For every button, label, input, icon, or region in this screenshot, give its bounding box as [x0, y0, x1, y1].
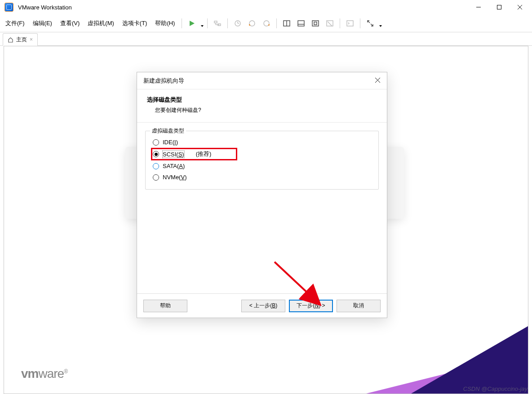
menu-edit-label: 编辑(E) [33, 20, 52, 27]
toolbar-separator [340, 18, 340, 28]
menu-tabs-label: 选项卡(T) [122, 20, 147, 27]
radio-nvme-circle[interactable] [153, 174, 159, 181]
snapshot-manage-icon[interactable] [260, 17, 273, 30]
help-button-label: 帮助 [160, 302, 171, 310]
tab-home-label: 主页 [16, 36, 27, 44]
dialog-title-bar: 新建虚拟机向导 [137, 72, 387, 89]
window-controls [468, 0, 530, 14]
next-button-label: 下一步(N) > [297, 302, 325, 310]
svg-marker-4 [190, 21, 195, 26]
minimize-button[interactable] [468, 0, 489, 14]
logo-reg: ® [64, 368, 67, 375]
view-fullscreen-icon[interactable] [309, 17, 322, 30]
menu-toolbar-row: 文件(F) 编辑(E) 查看(V) 虚拟机(M) 选项卡(T) 帮助(H) [0, 14, 532, 32]
new-vm-wizard-dialog: 新建虚拟机向导 选择磁盘类型 您要创建何种磁盘? 虚拟磁盘类型 IDE(I) S… [137, 72, 387, 318]
logo-prefix: vm [21, 367, 38, 381]
radio-sata[interactable]: SATA(A) [152, 160, 372, 172]
svg-rect-1 [497, 5, 501, 9]
play-button[interactable] [185, 17, 199, 30]
close-button[interactable] [510, 0, 530, 14]
radio-scsi[interactable]: SCSI(S) (推荐) [152, 148, 372, 160]
console-icon[interactable] [343, 17, 357, 30]
snapshot-icon[interactable] [231, 17, 244, 30]
dialog-close-button[interactable] [375, 77, 381, 84]
view-single-icon[interactable] [294, 17, 308, 30]
menu-help-label: 帮助(H) [155, 20, 175, 27]
menu-view-label: 查看(V) [60, 20, 80, 27]
window-title-bar: VMware Workstation [0, 0, 532, 14]
radio-ide-circle[interactable] [153, 139, 159, 146]
cancel-button[interactable]: 取消 [337, 300, 381, 312]
back-button[interactable]: < 上一步(B) [241, 300, 285, 312]
svg-rect-20 [327, 21, 333, 26]
svg-line-23 [368, 21, 370, 23]
toolbar-separator [227, 18, 228, 28]
svg-rect-22 [347, 21, 353, 26]
dialog-body: 虚拟磁盘类型 IDE(I) SCSI(S) (推荐) SATA(A) NVMe(… [137, 123, 387, 198]
menu-vm-label: 虚拟机(M) [88, 20, 114, 27]
menu-help[interactable]: 帮助(H) [151, 18, 178, 29]
svg-rect-5 [214, 21, 217, 23]
decor-triangle-dark [411, 326, 528, 394]
logo-suffix: ware [38, 367, 64, 381]
svg-rect-16 [298, 21, 304, 26]
dialog-title: 新建虚拟机向导 [143, 77, 184, 85]
radio-ide-label: IDE(I) [163, 139, 178, 146]
radio-scsi-circle[interactable] [153, 151, 159, 157]
radio-sata-label: SATA(A) [163, 163, 185, 169]
tab-close-icon[interactable]: × [30, 36, 33, 43]
radio-scsi-recommended: (推荐) [196, 150, 212, 158]
menu-edit[interactable]: 编辑(E) [29, 18, 56, 29]
disk-type-group: 虚拟磁盘类型 IDE(I) SCSI(S) (推荐) SATA(A) NVMe(… [145, 131, 379, 190]
toolbar-separator [207, 18, 208, 28]
radio-nvme-label: NVMe(V) [163, 174, 186, 181]
menu-view[interactable]: 查看(V) [57, 18, 83, 29]
dialog-footer: 帮助 < 上一步(B) 下一步(N) > 取消 [137, 293, 387, 318]
view-unity-icon[interactable] [323, 17, 337, 30]
app-title: VMware Workstation [18, 4, 72, 11]
expand-dropdown[interactable] [379, 22, 382, 25]
app-icon [4, 3, 13, 12]
menu-file-label: 文件(F) [5, 20, 25, 27]
back-button-label: < 上一步(B) [249, 302, 277, 310]
svg-line-21 [328, 22, 332, 26]
menu-file[interactable]: 文件(F) [2, 18, 28, 29]
svg-rect-18 [312, 21, 319, 26]
document-tabs: 主页 × [0, 32, 532, 46]
cancel-button-label: 取消 [353, 302, 364, 310]
disk-type-legend: 虚拟磁盘类型 [150, 127, 186, 135]
radio-nvme[interactable]: NVMe(V) [152, 172, 372, 183]
watermark: CSDN @Cappuccino-jay [463, 385, 528, 392]
svg-line-24 [371, 24, 373, 26]
next-button[interactable]: 下一步(N) > [289, 300, 333, 312]
home-icon [8, 37, 13, 43]
svg-rect-19 [314, 22, 317, 25]
vmware-logo: vmware® [21, 367, 67, 381]
dialog-heading: 选择磁盘类型 [147, 96, 377, 104]
expand-icon[interactable] [364, 17, 377, 30]
toolbar-separator [360, 18, 360, 28]
toolbar-separator [276, 18, 277, 28]
play-dropdown[interactable] [200, 22, 204, 25]
radio-sata-circle[interactable] [153, 163, 159, 169]
toolbar-separator [182, 18, 182, 28]
dialog-subheading: 您要创建何种磁盘? [147, 106, 377, 114]
radio-scsi-label: SCSI(S) [163, 151, 184, 158]
radio-ide[interactable]: IDE(I) [152, 137, 372, 148]
view-split-icon[interactable] [280, 17, 293, 30]
help-button[interactable]: 帮助 [143, 300, 187, 312]
menu-tabs[interactable]: 选项卡(T) [119, 18, 151, 29]
network-icon[interactable] [211, 17, 224, 30]
menu-vm[interactable]: 虚拟机(M) [84, 18, 118, 29]
maximize-button[interactable] [489, 0, 510, 14]
snapshot-revert-icon[interactable] [245, 17, 259, 30]
tab-home[interactable]: 主页 × [3, 33, 38, 46]
dialog-header: 选择磁盘类型 您要创建何种磁盘? [137, 89, 387, 123]
